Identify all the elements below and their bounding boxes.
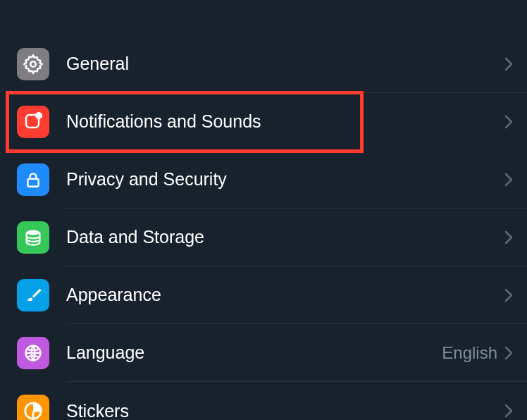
row-label: Appearance [66, 285, 161, 305]
row-label: Data and Storage [66, 227, 204, 247]
chevron-right-icon [504, 404, 513, 418]
settings-row-language[interactable]: Language English [0, 324, 527, 382]
settings-row-notifications[interactable]: Notifications and Sounds [0, 93, 527, 151]
settings-row-privacy[interactable]: Privacy and Security [0, 151, 527, 209]
row-label: General [66, 54, 129, 74]
chevron-right-icon [504, 57, 513, 71]
row-label: Language [66, 342, 144, 363]
brush-icon [17, 279, 49, 311]
svg-point-2 [35, 112, 42, 119]
settings-row-general[interactable]: General [0, 35, 527, 93]
chevron-right-icon [504, 346, 513, 360]
settings-row-data[interactable]: Data and Storage [0, 209, 527, 266]
settings-row-stickers[interactable]: Stickers [0, 382, 527, 420]
chevron-right-icon [504, 230, 513, 245]
row-value: English [442, 343, 497, 363]
settings-list: General Notifications and Sounds [0, 35, 527, 420]
globe-icon [17, 337, 49, 369]
row-label: Stickers [66, 401, 129, 421]
row-label: Notifications and Sounds [66, 111, 261, 132]
stack-icon [17, 221, 49, 254]
bell-icon [17, 106, 49, 138]
lock-icon [17, 163, 49, 196]
chevron-right-icon [504, 173, 513, 187]
sticker-icon [17, 395, 49, 420]
svg-rect-3 [27, 179, 38, 187]
svg-point-0 [30, 61, 36, 67]
svg-point-4 [27, 230, 40, 235]
gear-icon [17, 48, 49, 80]
settings-row-appearance[interactable]: Appearance [0, 266, 527, 324]
chevron-right-icon [504, 288, 513, 302]
row-label: Privacy and Security [66, 169, 227, 190]
chevron-right-icon [504, 115, 513, 129]
